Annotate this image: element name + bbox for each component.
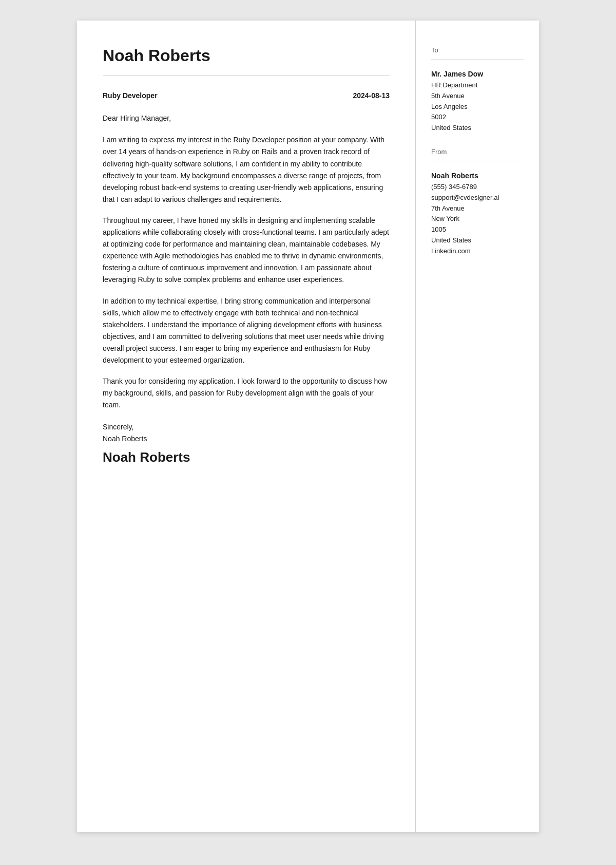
from-email: support@cvdesigner.ai [431,193,524,203]
to-section-label: To [431,46,524,54]
from-city: New York [431,214,524,224]
to-zip: 5002 [431,112,524,123]
letter-greeting: Dear Hiring Manager, [103,112,390,124]
from-phone: (555) 345-6789 [431,182,524,193]
from-name: Noah Roberts [431,172,524,180]
sidebar-to-section: To Mr. James Dow HR Department 5th Avenu… [431,46,524,134]
from-website: Linkedin.com [431,246,524,257]
from-zip: 1005 [431,224,524,235]
letter-paragraph-1: I am writing to express my interest in t… [103,134,390,205]
to-city: Los Angeles [431,102,524,112]
closing-text: Sincerely, [103,421,390,432]
to-name: Mr. James Dow [431,70,524,78]
to-department: HR Department [431,80,524,91]
letter-position: Ruby Developer [103,91,158,100]
letter-body: I am writing to express my interest in t… [103,134,390,411]
header-divider [103,76,390,76]
letter-signature: Noah Roberts [103,449,390,465]
sidebar-from-section: From Noah Roberts (555) 345-6789 support… [431,148,524,257]
letter-meta: Ruby Developer 2024-08-13 [103,91,390,100]
from-divider [431,161,524,161]
closing-name: Noah Roberts [103,433,390,444]
applicant-name: Noah Roberts [103,46,390,65]
from-section-label: From [431,148,524,156]
to-street: 5th Avenue [431,91,524,102]
main-content: Noah Roberts Ruby Developer 2024-08-13 D… [77,21,416,832]
from-country: United States [431,235,524,246]
letter-paragraph-4: Thank you for considering my application… [103,375,390,411]
letter-closing: Sincerely, Noah Roberts [103,421,390,444]
to-country: United States [431,123,524,134]
to-divider [431,59,524,60]
cover-letter-page: Noah Roberts Ruby Developer 2024-08-13 D… [77,21,539,832]
letter-paragraph-2: Throughout my career, I have honed my sk… [103,215,390,286]
letter-date: 2024-08-13 [353,91,390,100]
letter-paragraph-3: In addition to my technical expertise, I… [103,295,390,367]
sidebar: To Mr. James Dow HR Department 5th Avenu… [416,21,539,832]
from-street: 7th Avenue [431,203,524,214]
